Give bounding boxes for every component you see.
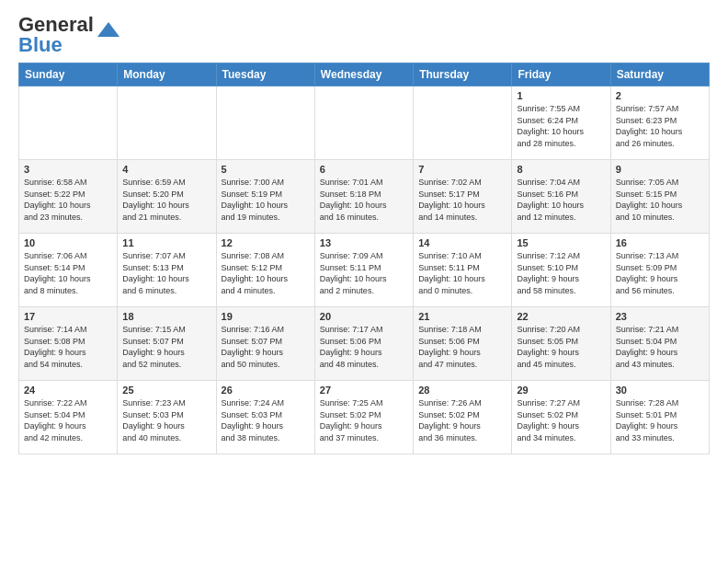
- calendar-cell: 7Sunrise: 7:02 AM Sunset: 5:17 PM Daylig…: [414, 160, 512, 234]
- calendar-cell: 15Sunrise: 7:12 AM Sunset: 5:10 PM Dayli…: [512, 234, 610, 307]
- calendar-week-4: 24Sunrise: 7:22 AM Sunset: 5:04 PM Dayli…: [19, 381, 710, 454]
- weekday-header-wednesday: Wednesday: [314, 63, 413, 86]
- day-number: 25: [122, 385, 210, 396]
- day-info: Sunrise: 7:20 AM Sunset: 5:05 PM Dayligh…: [517, 324, 605, 370]
- day-info: Sunrise: 6:59 AM Sunset: 5:20 PM Dayligh…: [122, 177, 210, 223]
- day-number: 22: [517, 311, 605, 322]
- day-number: 17: [24, 311, 112, 322]
- day-number: 5: [222, 164, 310, 175]
- day-number: 18: [122, 311, 210, 322]
- day-info: Sunrise: 7:04 AM Sunset: 5:16 PM Dayligh…: [517, 177, 605, 223]
- calendar-week-0: 1Sunrise: 7:55 AM Sunset: 6:24 PM Daylig…: [19, 86, 710, 160]
- calendar-cell: 27Sunrise: 7:25 AM Sunset: 5:02 PM Dayli…: [314, 381, 413, 454]
- day-number: 4: [122, 164, 210, 175]
- day-number: 15: [517, 237, 605, 248]
- calendar-cell: 5Sunrise: 7:00 AM Sunset: 5:19 PM Daylig…: [216, 160, 314, 234]
- calendar-cell: [216, 86, 314, 160]
- day-info: Sunrise: 7:57 AM Sunset: 6:23 PM Dayligh…: [616, 103, 704, 149]
- day-info: Sunrise: 7:21 AM Sunset: 5:04 PM Dayligh…: [616, 324, 704, 370]
- day-info: Sunrise: 7:05 AM Sunset: 5:15 PM Dayligh…: [616, 177, 704, 223]
- calendar-cell: 8Sunrise: 7:04 AM Sunset: 5:16 PM Daylig…: [512, 160, 610, 234]
- calendar-cell: [314, 86, 413, 160]
- day-number: 28: [418, 385, 506, 396]
- day-number: 26: [222, 385, 310, 396]
- day-info: Sunrise: 7:06 AM Sunset: 5:14 PM Dayligh…: [24, 250, 112, 296]
- calendar-cell: [414, 86, 512, 160]
- day-info: Sunrise: 7:01 AM Sunset: 5:18 PM Dayligh…: [320, 177, 408, 223]
- day-number: 9: [616, 164, 704, 175]
- day-info: Sunrise: 7:12 AM Sunset: 5:10 PM Dayligh…: [517, 250, 605, 296]
- calendar: SundayMondayTuesdayWednesdayThursdayFrid…: [18, 63, 710, 454]
- day-info: Sunrise: 7:15 AM Sunset: 5:07 PM Dayligh…: [122, 324, 210, 370]
- weekday-header-row: SundayMondayTuesdayWednesdayThursdayFrid…: [19, 63, 710, 86]
- day-number: 20: [320, 311, 408, 322]
- logo: General Blue: [18, 15, 121, 55]
- calendar-cell: 9Sunrise: 7:05 AM Sunset: 5:15 PM Daylig…: [610, 160, 709, 234]
- day-info: Sunrise: 7:09 AM Sunset: 5:11 PM Dayligh…: [320, 250, 408, 296]
- calendar-cell: 22Sunrise: 7:20 AM Sunset: 5:05 PM Dayli…: [512, 307, 610, 381]
- weekday-header-friday: Friday: [512, 63, 610, 86]
- calendar-cell: 17Sunrise: 7:14 AM Sunset: 5:08 PM Dayli…: [19, 307, 118, 381]
- calendar-cell: 25Sunrise: 7:23 AM Sunset: 5:03 PM Dayli…: [118, 381, 216, 454]
- day-number: 29: [517, 385, 605, 396]
- day-number: 24: [24, 385, 112, 396]
- day-number: 11: [122, 237, 210, 248]
- day-number: 12: [222, 237, 310, 248]
- day-number: 8: [517, 164, 605, 175]
- day-info: Sunrise: 7:23 AM Sunset: 5:03 PM Dayligh…: [122, 397, 210, 443]
- weekday-header-thursday: Thursday: [414, 63, 512, 86]
- day-info: Sunrise: 7:25 AM Sunset: 5:02 PM Dayligh…: [320, 397, 408, 443]
- calendar-week-2: 10Sunrise: 7:06 AM Sunset: 5:14 PM Dayli…: [19, 234, 710, 307]
- day-number: 16: [616, 237, 704, 248]
- calendar-cell: 4Sunrise: 6:59 AM Sunset: 5:20 PM Daylig…: [118, 160, 216, 234]
- weekday-header-monday: Monday: [118, 63, 216, 86]
- day-info: Sunrise: 7:24 AM Sunset: 5:03 PM Dayligh…: [222, 397, 310, 443]
- calendar-week-1: 3Sunrise: 6:58 AM Sunset: 5:22 PM Daylig…: [19, 160, 710, 234]
- day-number: 3: [24, 164, 112, 175]
- weekday-header-sunday: Sunday: [19, 63, 118, 86]
- day-info: Sunrise: 7:08 AM Sunset: 5:12 PM Dayligh…: [222, 250, 310, 296]
- calendar-cell: 14Sunrise: 7:10 AM Sunset: 5:11 PM Dayli…: [414, 234, 512, 307]
- day-number: 19: [222, 311, 310, 322]
- calendar-cell: 12Sunrise: 7:08 AM Sunset: 5:12 PM Dayli…: [216, 234, 314, 307]
- day-number: 27: [320, 385, 408, 396]
- calendar-cell: 11Sunrise: 7:07 AM Sunset: 5:13 PM Dayli…: [118, 234, 216, 307]
- calendar-cell: 30Sunrise: 7:28 AM Sunset: 5:01 PM Dayli…: [610, 381, 709, 454]
- header: General Blue: [18, 15, 710, 55]
- day-number: 2: [616, 90, 704, 101]
- day-info: Sunrise: 7:18 AM Sunset: 5:06 PM Dayligh…: [418, 324, 506, 370]
- calendar-cell: 1Sunrise: 7:55 AM Sunset: 6:24 PM Daylig…: [512, 86, 610, 160]
- day-number: 10: [24, 237, 112, 248]
- logo-text: General Blue: [18, 15, 94, 55]
- calendar-cell: 26Sunrise: 7:24 AM Sunset: 5:03 PM Dayli…: [216, 381, 314, 454]
- day-number: 7: [418, 164, 506, 175]
- day-number: 23: [616, 311, 704, 322]
- calendar-cell: 6Sunrise: 7:01 AM Sunset: 5:18 PM Daylig…: [314, 160, 413, 234]
- day-number: 13: [320, 237, 408, 248]
- day-info: Sunrise: 7:07 AM Sunset: 5:13 PM Dayligh…: [122, 250, 210, 296]
- day-number: 6: [320, 164, 408, 175]
- calendar-cell: [118, 86, 216, 160]
- calendar-cell: 28Sunrise: 7:26 AM Sunset: 5:02 PM Dayli…: [414, 381, 512, 454]
- calendar-cell: 10Sunrise: 7:06 AM Sunset: 5:14 PM Dayli…: [19, 234, 118, 307]
- day-info: Sunrise: 7:26 AM Sunset: 5:02 PM Dayligh…: [418, 397, 506, 443]
- day-info: Sunrise: 7:10 AM Sunset: 5:11 PM Dayligh…: [418, 250, 506, 296]
- calendar-cell: 18Sunrise: 7:15 AM Sunset: 5:07 PM Dayli…: [118, 307, 216, 381]
- weekday-header-saturday: Saturday: [610, 63, 709, 86]
- day-info: Sunrise: 6:58 AM Sunset: 5:22 PM Dayligh…: [24, 177, 112, 223]
- logo-icon: [96, 18, 121, 44]
- calendar-cell: 20Sunrise: 7:17 AM Sunset: 5:06 PM Dayli…: [314, 307, 413, 381]
- day-info: Sunrise: 7:17 AM Sunset: 5:06 PM Dayligh…: [320, 324, 408, 370]
- day-info: Sunrise: 7:13 AM Sunset: 5:09 PM Dayligh…: [616, 250, 704, 296]
- calendar-cell: 24Sunrise: 7:22 AM Sunset: 5:04 PM Dayli…: [19, 381, 118, 454]
- day-info: Sunrise: 7:00 AM Sunset: 5:19 PM Dayligh…: [222, 177, 310, 223]
- day-number: 30: [616, 385, 704, 396]
- weekday-header-tuesday: Tuesday: [216, 63, 314, 86]
- calendar-week-3: 17Sunrise: 7:14 AM Sunset: 5:08 PM Dayli…: [19, 307, 710, 381]
- calendar-cell: 16Sunrise: 7:13 AM Sunset: 5:09 PM Dayli…: [610, 234, 709, 307]
- calendar-cell: 23Sunrise: 7:21 AM Sunset: 5:04 PM Dayli…: [610, 307, 709, 381]
- logo-blue: Blue: [18, 33, 63, 56]
- day-number: 14: [418, 237, 506, 248]
- calendar-cell: 19Sunrise: 7:16 AM Sunset: 5:07 PM Dayli…: [216, 307, 314, 381]
- calendar-cell: [19, 86, 118, 160]
